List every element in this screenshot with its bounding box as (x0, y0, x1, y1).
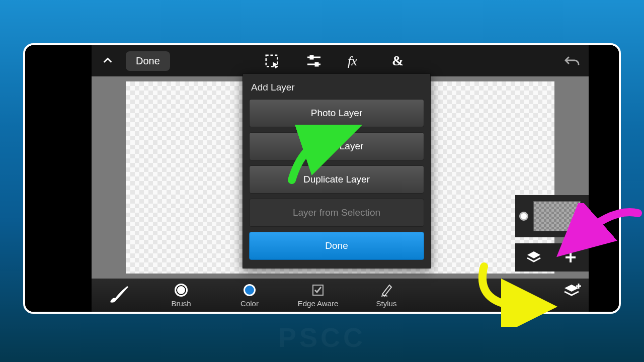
left-deadzone (25, 45, 92, 312)
watermark-text: PSCC (278, 322, 366, 353)
selection-icon (264, 53, 279, 68)
add-button[interactable] (552, 243, 589, 272)
color-tool[interactable]: Color (215, 283, 284, 308)
undo-button[interactable] (565, 45, 581, 76)
duplicate-layer-button[interactable]: Duplicate Layer (249, 165, 424, 194)
undo-icon (565, 54, 581, 67)
layer-thumbnail[interactable] (533, 201, 581, 231)
add-layer-popup: Add Layer Photo Layer Empty Layer Duplic… (243, 73, 431, 268)
plus-icon (564, 251, 577, 264)
text-tool-button[interactable]: & (389, 52, 408, 70)
svg-rect-4 (315, 63, 318, 66)
svg-rect-2 (310, 56, 313, 59)
paint-tool-button[interactable] (92, 285, 147, 305)
right-deadzone (589, 45, 619, 312)
top-toolbar: Done fx (92, 45, 589, 76)
popup-title: Add Layer (249, 80, 424, 99)
layer-panel-controls (515, 243, 589, 272)
effects-button[interactable]: fx (347, 52, 365, 70)
collapse-button[interactable] (92, 45, 124, 76)
edge-aware-label: Edge Aware (298, 299, 339, 308)
color-label: Color (240, 299, 259, 308)
layer-row[interactable] (515, 195, 589, 237)
empty-layer-button[interactable]: Empty Layer (249, 132, 424, 160)
sliders-icon (306, 54, 321, 67)
layer-from-selection-button: Layer from Selection (249, 199, 424, 227)
layers-icon (526, 250, 541, 264)
svg-text:fx: fx (348, 54, 357, 68)
layer-visibility-toggle[interactable] (519, 212, 528, 221)
brush-size-tool[interactable]: Brush (147, 283, 215, 308)
add-layer-button[interactable] (562, 282, 584, 303)
adjustments-button[interactable] (305, 52, 323, 70)
layers-button[interactable] (515, 243, 552, 272)
svg-text:&: & (392, 53, 404, 68)
app-frame: Done fx (23, 43, 621, 314)
ampersand-icon: & (391, 53, 406, 68)
brush-ring-icon (175, 284, 188, 297)
stylus-tool[interactable]: Stylus (352, 283, 421, 308)
paintbrush-icon (108, 285, 130, 305)
stylus-label: Stylus (376, 299, 397, 308)
edge-aware-tool[interactable]: Edge Aware (284, 283, 352, 308)
fx-icon: fx (348, 53, 365, 68)
layers-panel (515, 195, 589, 314)
layers-plus-icon (562, 282, 584, 301)
selection-tool-button[interactable] (263, 52, 281, 70)
checkbox-icon (312, 284, 324, 296)
photo-layer-button[interactable]: Photo Layer (249, 99, 424, 127)
brush-label: Brush (171, 299, 191, 308)
done-button[interactable]: Done (126, 51, 170, 71)
chevron-up-icon (102, 55, 113, 66)
stylus-icon (379, 283, 393, 297)
bottom-toolbar: Brush Color Edge Aware Stylus (92, 279, 589, 312)
color-swatch-icon (244, 284, 256, 296)
popup-done-button[interactable]: Done (249, 232, 424, 260)
